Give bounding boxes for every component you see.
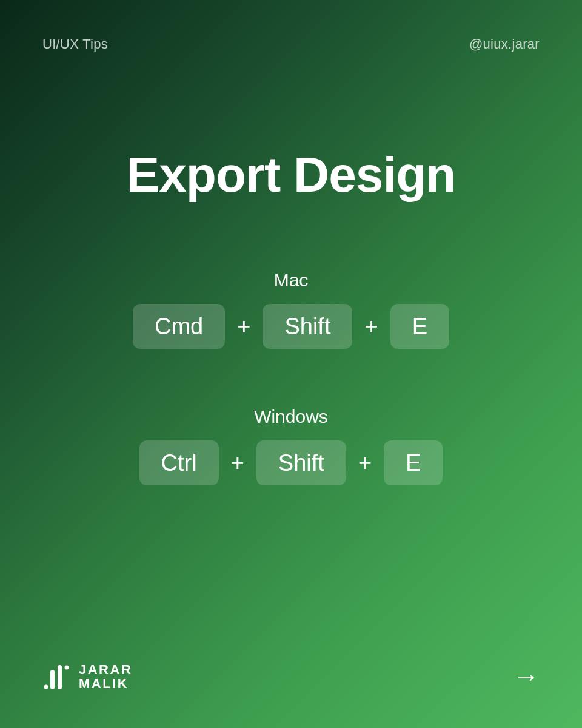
svg-point-0 xyxy=(44,685,48,689)
logo-icon xyxy=(42,662,70,690)
key-separator: + xyxy=(358,450,372,476)
svg-rect-2 xyxy=(58,665,62,689)
shortcut-windows: Windows Ctrl + Shift + E xyxy=(139,406,443,485)
key-ctrl: Ctrl xyxy=(139,440,219,485)
author-handle: @uiux.jarar xyxy=(469,36,540,52)
logo-name-first: JARAR xyxy=(79,662,132,676)
key-shift: Shift xyxy=(263,304,352,349)
platform-label-windows: Windows xyxy=(254,406,328,427)
next-arrow-icon[interactable]: → xyxy=(513,661,540,692)
key-shift: Shift xyxy=(256,440,346,485)
shortcuts-container: Mac Cmd + Shift + E Windows Ctrl + Shift… xyxy=(0,270,582,485)
header: UI/UX Tips @uiux.jarar xyxy=(0,0,582,52)
key-separator: + xyxy=(364,314,378,340)
svg-rect-1 xyxy=(50,670,55,689)
platform-label-mac: Mac xyxy=(274,270,309,291)
key-e: E xyxy=(384,440,443,485)
logo-text: JARAR MALIK xyxy=(79,662,132,690)
logo-name-last: MALIK xyxy=(79,676,132,690)
key-separator: + xyxy=(231,450,244,476)
keys-row-mac: Cmd + Shift + E xyxy=(133,304,449,349)
keys-row-windows: Ctrl + Shift + E xyxy=(139,440,443,485)
key-e: E xyxy=(390,304,449,349)
page-title: Export Design xyxy=(0,146,582,203)
category-label: UI/UX Tips xyxy=(42,36,108,52)
svg-point-3 xyxy=(65,666,69,670)
key-separator: + xyxy=(237,314,250,340)
key-cmd: Cmd xyxy=(133,304,225,349)
shortcut-mac: Mac Cmd + Shift + E xyxy=(133,270,449,349)
author-logo: JARAR MALIK xyxy=(42,662,132,690)
footer: JARAR MALIK → xyxy=(42,661,540,692)
